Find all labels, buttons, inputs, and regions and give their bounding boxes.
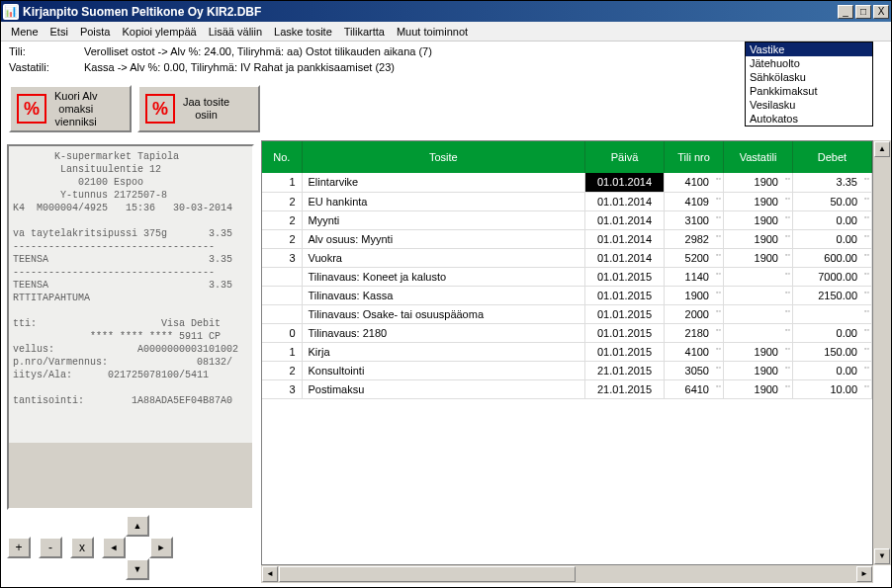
table-cell[interactable]: 1900▫▫	[724, 192, 793, 210]
table-cell[interactable]: 50.00▫▫	[793, 192, 872, 210]
column-header[interactable]: No.	[262, 141, 302, 173]
table-cell[interactable]: 01.01.2014	[585, 192, 665, 210]
plus-button[interactable]: +	[7, 537, 31, 558]
table-cell[interactable]: 01.01.2014	[585, 248, 665, 267]
table-cell[interactable]: 2150.00▫▫	[793, 286, 872, 304]
table-cell[interactable]: Konsultointi	[302, 361, 585, 379]
table-cell[interactable]: Myynti	[302, 210, 585, 229]
receipt-preview[interactable]: K-supermarket Tapiola Lansituulentie 12 …	[7, 144, 254, 510]
category-item[interactable]: Vesilasku	[746, 98, 872, 112]
table-cell[interactable]: 01.01.2015	[585, 323, 665, 342]
table-cell[interactable]: 600.00▫▫	[793, 248, 872, 267]
table-row[interactable]: Tilinavaus: Osake- tai osuuspääoma01.01.…	[262, 304, 872, 323]
column-header[interactable]: Debet	[793, 141, 872, 173]
table-row[interactable]: Tilinavaus: Kassa01.01.20151900▫▫▫▫2150.…	[262, 286, 872, 304]
table-cell[interactable]: 2982▫▫	[665, 229, 724, 248]
menu-muut[interactable]: Muut toiminnot	[391, 24, 474, 40]
table-cell[interactable]: 21.01.2015	[585, 379, 665, 398]
entries-table[interactable]: No.TositePäiväTili nroVastatiliDebet 1El…	[262, 141, 872, 399]
table-cell[interactable]: 21.01.2015	[585, 361, 665, 379]
arrow-left-button[interactable]: ◄	[102, 537, 126, 558]
menu-tilikartta[interactable]: Tilikartta	[338, 24, 391, 40]
table-row[interactable]: 3Vuokra01.01.20145200▫▫1900▫▫600.00▫▫	[262, 248, 872, 267]
table-cell[interactable]: Kirja	[302, 342, 585, 361]
table-cell[interactable]: ▫▫	[724, 267, 793, 286]
table-cell[interactable]: 01.01.2014	[585, 229, 665, 248]
table-row[interactable]: 3Postimaksu21.01.20156410▫▫1900▫▫10.00▫▫	[262, 379, 872, 398]
table-cell[interactable]: Postimaksu	[302, 379, 585, 398]
table-cell[interactable]: Elintarvike	[302, 173, 585, 192]
table-cell[interactable]: 7000.00▫▫	[793, 267, 872, 286]
table-cell[interactable]: Tilinavaus: 2180	[302, 323, 585, 342]
table-cell[interactable]: ▫▫	[724, 286, 793, 304]
table-cell[interactable]: 2	[262, 192, 302, 210]
category-item[interactable]: Jätehuolto	[746, 56, 872, 70]
table-cell[interactable]: ▫▫	[724, 323, 793, 342]
column-header[interactable]: Päivä	[585, 141, 665, 173]
scroll-thumb[interactable]	[279, 566, 576, 582]
maximize-button[interactable]: □	[855, 5, 871, 19]
minus-button[interactable]: -	[39, 537, 62, 558]
table-cell[interactable]: 0.00▫▫	[793, 229, 872, 248]
category-list[interactable]: VastikeJätehuoltoSähkölaskuPankkimaksutV…	[745, 42, 873, 126]
category-item[interactable]: Autokatos	[746, 112, 872, 126]
table-cell[interactable]: 2180▫▫	[665, 323, 724, 342]
menu-poista[interactable]: Poista	[74, 24, 117, 40]
table-cell[interactable]: 0.00▫▫	[793, 323, 872, 342]
table-cell[interactable]: Tilinavaus: Osake- tai osuuspääoma	[302, 304, 585, 323]
table-cell[interactable]: 1900▫▫	[724, 210, 793, 229]
table-cell[interactable]: Tilinavaus: Koneet ja kalusto	[302, 267, 585, 286]
menu-laske[interactable]: Laske tosite	[268, 24, 338, 40]
table-cell[interactable]: 01.01.2015	[585, 342, 665, 361]
table-row[interactable]: 2EU hankinta01.01.20144109▫▫1900▫▫50.00▫…	[262, 192, 872, 210]
column-header[interactable]: Tili nro	[665, 141, 724, 173]
table-cell[interactable]: 2	[262, 229, 302, 248]
table-row[interactable]: 1Kirja01.01.20154100▫▫1900▫▫150.00▫▫	[262, 342, 872, 361]
table-cell[interactable]: 1900▫▫	[724, 248, 793, 267]
table-cell[interactable]	[262, 286, 302, 304]
table-cell[interactable]: 01.01.2014	[585, 173, 665, 192]
kuori-alv-button[interactable]: % Kuori Alvomaksivienniksi	[9, 85, 132, 132]
table-cell[interactable]: ▫▫	[793, 304, 872, 323]
table-cell[interactable]: 2	[262, 361, 302, 379]
table-row[interactable]: 1Elintarvike01.01.20144100▫▫1900▫▫3.35▫▫	[262, 173, 872, 192]
scroll-right-button[interactable]: ►	[856, 566, 872, 582]
table-cell[interactable]: 01.01.2015	[585, 267, 665, 286]
table-cell[interactable]: 150.00▫▫	[793, 342, 872, 361]
horizontal-scrollbar[interactable]: ◄ ►	[261, 565, 873, 583]
arrow-up-button[interactable]: ▲	[126, 515, 149, 537]
table-cell[interactable]: EU hankinta	[302, 192, 585, 210]
menu-kopioi[interactable]: Kopioi ylempää	[116, 24, 202, 40]
table-cell[interactable]: 4100▫▫	[665, 342, 724, 361]
table-cell[interactable]: 3	[262, 248, 302, 267]
table-row[interactable]: Tilinavaus: Koneet ja kalusto01.01.20151…	[262, 267, 872, 286]
table-cell[interactable]: 0.00▫▫	[793, 361, 872, 379]
table-cell[interactable]: 01.01.2015	[585, 286, 665, 304]
table-cell[interactable]: 5200▫▫	[665, 248, 724, 267]
menu-lisaa[interactable]: Lisää väliin	[203, 24, 268, 40]
table-cell[interactable]	[262, 304, 302, 323]
jaa-tosite-button[interactable]: % Jaa tositeosiin	[137, 85, 260, 132]
table-cell[interactable]: 01.01.2015	[585, 304, 665, 323]
close-button[interactable]: X	[873, 5, 889, 19]
table-cell[interactable]: 2000▫▫	[665, 304, 724, 323]
arrow-down-button[interactable]: ▼	[126, 558, 149, 580]
category-item[interactable]: Vastike	[746, 42, 872, 56]
table-cell[interactable]: 10.00▫▫	[793, 379, 872, 398]
column-header[interactable]: Tosite	[302, 141, 585, 173]
table-cell[interactable]: 3.35▫▫	[793, 173, 872, 192]
table-cell[interactable]: ▫▫	[724, 304, 793, 323]
table-cell[interactable]: 4100▫▫	[665, 173, 724, 192]
table-cell[interactable]: 2	[262, 210, 302, 229]
table-cell[interactable]: 3	[262, 379, 302, 398]
table-cell[interactable]: Tilinavaus: Kassa	[302, 286, 585, 304]
table-cell[interactable]: 01.01.2014	[585, 210, 665, 229]
table-cell[interactable]: 6410▫▫	[665, 379, 724, 398]
table-cell[interactable]: Vuokra	[302, 248, 585, 267]
table-row[interactable]: 0Tilinavaus: 218001.01.20152180▫▫▫▫0.00▫…	[262, 323, 872, 342]
table-cell[interactable]: 3050▫▫	[665, 361, 724, 379]
menu-etsi[interactable]: Etsi	[45, 24, 74, 40]
table-cell[interactable]: 1900▫▫	[665, 286, 724, 304]
table-row[interactable]: 2Konsultointi21.01.20153050▫▫1900▫▫0.00▫…	[262, 361, 872, 379]
minimize-button[interactable]: _	[838, 5, 853, 19]
